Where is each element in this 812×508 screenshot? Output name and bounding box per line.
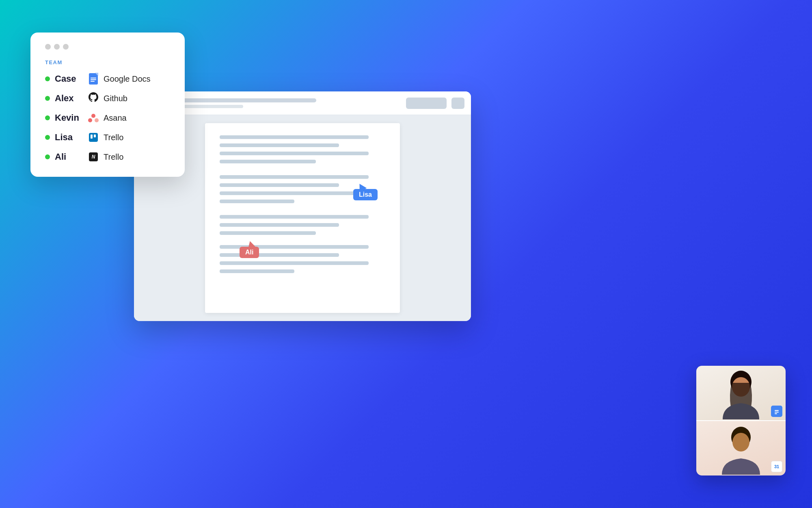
doc-line (220, 253, 339, 257)
svg-point-10 (732, 433, 749, 452)
video-gdocs-badge (771, 406, 782, 417)
github-logo (89, 92, 98, 104)
video-calendar-badge: 31 (771, 461, 782, 472)
browser-url-area (158, 98, 401, 108)
app-name: Trello (104, 152, 123, 162)
app-name: Github (104, 94, 127, 103)
svg-point-2 (95, 118, 99, 122)
team-member-row: Alex Github (45, 93, 170, 104)
app-icon-github (88, 93, 99, 104)
doc-line (220, 191, 369, 195)
app-name: Google Docs (104, 74, 151, 84)
app-icon-notion: N (88, 152, 99, 162)
app-name: Asana (104, 113, 127, 123)
browser-action-button[interactable] (406, 98, 447, 109)
app-icon-asana (88, 113, 99, 123)
team-section-label: TEAM (45, 59, 170, 65)
doc-line (220, 231, 316, 235)
close-dot (45, 44, 51, 50)
video-person1 (696, 366, 786, 420)
team-member-row: Kevin Asana (45, 113, 170, 123)
team-panel: TEAM Case Google Docs Alex Gi (30, 33, 185, 177)
team-member-row: Ali N Trello (45, 152, 170, 162)
cursor-ali: Ali (240, 241, 259, 258)
app-icon-gdocs (88, 74, 99, 84)
doc-line (220, 175, 369, 179)
video-person2: 31 (696, 420, 786, 475)
member-name: Kevin (55, 113, 83, 123)
svg-rect-7 (775, 412, 779, 412)
team-member-row: Case Google Docs (45, 74, 170, 84)
cursor-lisa: Lisa (353, 183, 378, 200)
doc-line (220, 215, 369, 219)
cursor-label-lisa: Lisa (353, 189, 378, 200)
doc-line (220, 152, 369, 155)
doc-line (220, 135, 369, 139)
online-indicator (45, 76, 50, 81)
window-controls (45, 44, 170, 50)
doc-line (220, 160, 316, 163)
online-indicator (45, 135, 50, 140)
doc-line (220, 261, 369, 265)
app-name: Trello (104, 133, 123, 142)
document-page: Lisa Ali (205, 123, 400, 313)
member-name: Ali (55, 152, 83, 162)
svg-point-1 (88, 118, 92, 122)
browser-menu-button[interactable] (451, 98, 464, 109)
online-indicator (45, 115, 50, 120)
calendar-date: 31 (774, 464, 779, 469)
doc-line (220, 223, 339, 227)
member-name: Case (55, 74, 83, 84)
doc-line (220, 269, 294, 273)
fullscreen-dot (63, 44, 69, 50)
online-indicator (45, 96, 50, 101)
member-name: Alex (55, 93, 83, 104)
doc-line (220, 143, 339, 147)
person2-silhouette (723, 426, 759, 471)
app-icon-trello (88, 132, 99, 143)
member-name: Lisa (55, 132, 83, 143)
online-indicator (45, 154, 50, 159)
person1-silhouette (723, 371, 759, 415)
doc-line (220, 183, 339, 187)
team-member-row: Lisa Trello (45, 132, 170, 143)
video-call-panel: 31 (696, 366, 786, 475)
svg-rect-6 (775, 410, 779, 411)
doc-line (220, 200, 294, 203)
svg-rect-8 (775, 413, 777, 414)
svg-point-0 (91, 114, 95, 118)
minimize-dot (54, 44, 60, 50)
